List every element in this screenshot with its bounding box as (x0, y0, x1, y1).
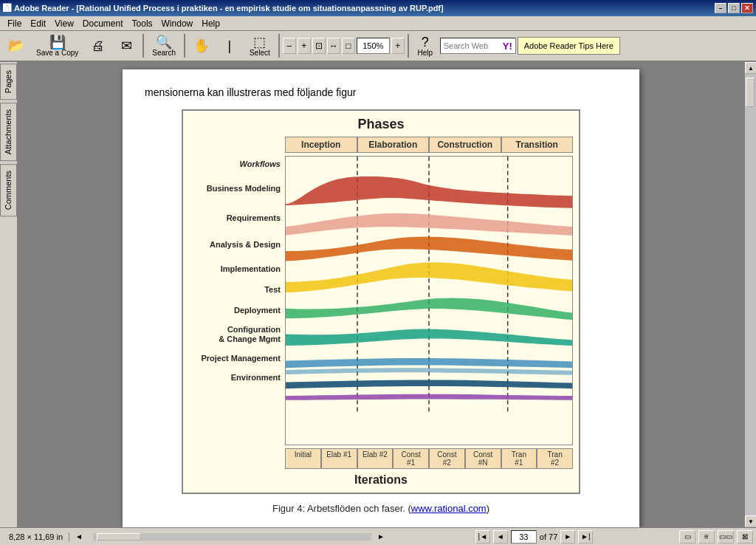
actual-size-button[interactable]: □ (342, 38, 355, 54)
titlebar-left: 🅰 Adobe Reader - [Rational Unified Proce… (3, 4, 444, 13)
menu-document[interactable]: Document (78, 17, 128, 30)
pan-icon: ✋ (193, 39, 210, 52)
save-icon: 💾 (49, 35, 66, 49)
left-panel: Pages Attachments Comments (0, 62, 18, 527)
caption-link[interactable]: www.rational.com (411, 503, 487, 514)
email-button[interactable]: ✉ (113, 37, 140, 55)
iter-tran1: Tran#1 (501, 448, 537, 469)
workflow-impl: Implementation (189, 258, 285, 280)
attachments-tab[interactable]: Attachments (0, 103, 17, 161)
phase-construction: Construction (429, 137, 501, 153)
navigation-area: |◄ ◄ 33 of 77 ► ►| (395, 530, 673, 544)
titlebar: 🅰 Adobe Reader - [Rational Unified Proce… (0, 0, 756, 16)
cursor-button[interactable]: | (216, 37, 243, 55)
page-size: 8,28 × 11,69 in (3, 532, 69, 541)
chart-area (285, 156, 573, 445)
workflows-area: Workflows Business Modeling Requirements… (189, 156, 573, 445)
fit-width-button[interactable]: ↔ (327, 38, 340, 54)
scroll-thumb[interactable] (746, 78, 755, 107)
pan-button[interactable]: ✋ (188, 37, 215, 55)
save-copy-label: Save a Copy (36, 49, 78, 57)
workflow-deployment: Deployment (189, 299, 285, 321)
view-mode-facing[interactable]: ▭▭ (718, 530, 734, 544)
zoom-out-button[interactable]: – (283, 38, 296, 54)
pages-tab[interactable]: Pages (0, 64, 17, 100)
diagram-title: Phases (189, 117, 573, 132)
minimize-button[interactable]: – (715, 3, 726, 13)
menu-edit[interactable]: Edit (26, 17, 50, 30)
tips-button[interactable]: Adobe Reader Tips Here (518, 37, 620, 55)
iter-tran2: Tran#2 (537, 448, 573, 469)
prev-page-button[interactable]: ◄ (493, 530, 508, 544)
scroll-left-button[interactable]: ◄ (75, 532, 87, 541)
workflows-labels: Workflows Business Modeling Requirements… (189, 156, 285, 445)
search-icon: 🔍 (156, 35, 172, 49)
search-button[interactable]: 🔍 Search (147, 33, 181, 59)
scroll-up-button[interactable]: ▲ (745, 62, 756, 74)
separator-4 (408, 34, 409, 58)
comments-tab[interactable]: Comments (0, 164, 17, 216)
workflow-requirements: Requirements (189, 205, 285, 231)
menu-view[interactable]: View (50, 17, 78, 30)
next-page-button[interactable]: ► (560, 530, 575, 544)
help-button[interactable]: ? Help (412, 33, 439, 59)
last-page-button[interactable]: ►| (578, 530, 593, 544)
view-mode-full[interactable]: ⊠ (737, 530, 753, 544)
menu-tools[interactable]: Tools (128, 17, 157, 30)
menu-file[interactable]: File (3, 17, 26, 30)
web-search-input[interactable] (444, 41, 503, 50)
iter-constn: Const#N (465, 448, 501, 469)
iter-const1: Const#1 (393, 448, 429, 469)
rup-diagram: Phases Inception Elaboration Constructio… (182, 109, 580, 494)
figure-caption: Figur 4: Arbetsflöden och faser. (www.ra… (145, 503, 617, 514)
search-label: Search (152, 49, 176, 57)
phase-elaboration: Elaboration (357, 137, 430, 153)
restore-button[interactable]: □ (728, 3, 740, 13)
email-icon: ✉ (121, 39, 132, 52)
pdf-area: mensionerna kan illustreras med följande… (18, 62, 744, 527)
iterations-row: Initial Elab #1 Elab #2 Const#1 Const#2 … (285, 448, 573, 469)
save-copy-button[interactable]: 💾 Save a Copy (31, 33, 83, 59)
total-pages: of 77 (540, 532, 557, 541)
current-page-input[interactable]: 33 (511, 530, 537, 544)
workflow-test: Test (189, 280, 285, 299)
phase-transition: Transition (501, 137, 574, 153)
view-mode-continuous[interactable]: ≡ (698, 530, 715, 544)
separator-2 (184, 34, 185, 58)
select-button[interactable]: ⬚ Select (244, 33, 275, 59)
horizontal-scrollbar (93, 533, 371, 541)
zoom-input[interactable]: 150% (357, 38, 390, 54)
toolbar: 📂 💾 Save a Copy 🖨 ✉ 🔍 Search ✋ | ⬚ Selec… (0, 31, 756, 62)
open-icon: 📂 (8, 39, 24, 52)
workflow-pm: Project Management (189, 348, 285, 369)
fit-page-button[interactable]: ⊡ (312, 38, 326, 54)
caption-text: Figur 4: Arbetsflöden och faser. ( (272, 503, 411, 514)
menu-window[interactable]: Window (157, 17, 198, 30)
main-area: Pages Attachments Comments mensionerna k… (0, 62, 756, 527)
phase-inception: Inception (285, 137, 357, 153)
menu-help[interactable]: Help (197, 17, 224, 30)
caption-end: ) (487, 503, 489, 514)
select-label: Select (250, 49, 270, 57)
rup-chart-svg (286, 157, 572, 437)
close-button[interactable]: ✕ (741, 3, 753, 13)
scroll-right-button[interactable]: ► (377, 532, 389, 541)
view-mode-single[interactable]: ▭ (679, 530, 695, 544)
first-page-button[interactable]: |◄ (475, 530, 490, 544)
right-scrollbar: ▲ ▼ (744, 62, 756, 527)
menubar: File Edit View Document Tools Window Hel… (0, 16, 756, 31)
web-search-box[interactable]: Y! (440, 38, 516, 54)
iter-elab2: Elab #2 (357, 448, 394, 469)
zoom-in-button2[interactable]: + (391, 38, 405, 54)
app-icon: 🅰 (3, 4, 11, 13)
zoom-in-button[interactable]: + (298, 38, 311, 54)
scroll-down-button[interactable]: ▼ (745, 515, 756, 527)
help-label: Help (417, 49, 433, 57)
workflow-env: Environment (189, 369, 285, 386)
yahoo-icon: Y! (503, 41, 512, 52)
open-button[interactable]: 📂 (3, 37, 30, 55)
titlebar-controls: – □ ✕ (715, 3, 753, 13)
zoom-area: – + ⊡ ↔ □ 150% + (283, 38, 405, 54)
horizontal-scroll-thumb[interactable] (97, 533, 141, 541)
print-button[interactable]: 🖨 (85, 37, 111, 55)
